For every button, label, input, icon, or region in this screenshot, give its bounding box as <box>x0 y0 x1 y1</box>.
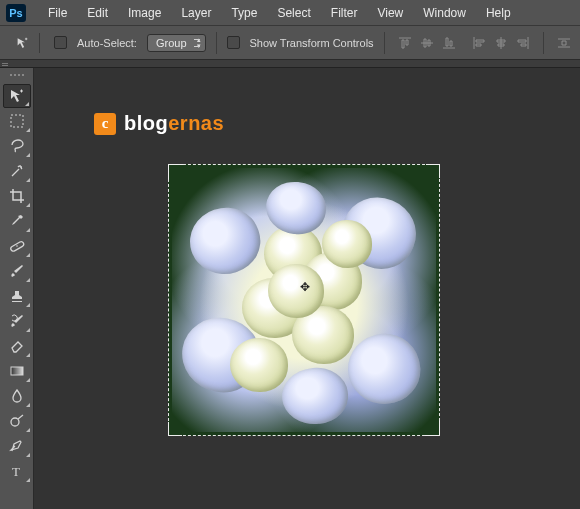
align-bottom-button[interactable] <box>439 33 459 53</box>
move-tool-icon <box>16 35 29 51</box>
lasso-tool[interactable] <box>3 134 31 158</box>
menu-type[interactable]: Type <box>223 2 265 24</box>
quick-select-tool[interactable] <box>3 159 31 183</box>
dodge-icon <box>9 413 25 429</box>
svg-text:T: T <box>12 464 20 479</box>
menu-edit[interactable]: Edit <box>79 2 116 24</box>
move-tool-icon <box>9 88 25 104</box>
eyedropper-tool[interactable] <box>3 209 31 233</box>
move-tool[interactable] <box>3 84 31 108</box>
selection-marquee[interactable]: ✥ <box>168 164 440 436</box>
menu-layer[interactable]: Layer <box>173 2 219 24</box>
auto-select-label: Auto-Select: <box>77 37 137 49</box>
separator <box>543 32 544 54</box>
menu-image[interactable]: Image <box>120 2 169 24</box>
menu-window[interactable]: Window <box>415 2 474 24</box>
menu-filter[interactable]: Filter <box>323 2 366 24</box>
type-tool[interactable]: T <box>3 459 31 483</box>
distribute-button[interactable] <box>554 33 574 53</box>
healing-tool[interactable] <box>3 234 31 258</box>
watermark: c blogernas <box>94 112 224 135</box>
document-tab-strip <box>0 60 580 68</box>
menu-help[interactable]: Help <box>478 2 519 24</box>
toolbox-grip[interactable] <box>5 74 29 80</box>
stamp-tool[interactable] <box>3 284 31 308</box>
show-transform-checkbox[interactable] <box>227 36 240 49</box>
svg-rect-3 <box>11 367 23 375</box>
menu-select[interactable]: Select <box>269 2 318 24</box>
bandaid-icon <box>9 238 25 254</box>
menu-file[interactable]: File <box>40 2 75 24</box>
auto-select-mode-dropdown[interactable]: Group ▴▾ <box>147 34 206 52</box>
menu-bar: Ps File Edit Image Layer Type Select Fil… <box>0 0 580 26</box>
eyedropper-icon <box>9 213 25 229</box>
dodge-tool[interactable] <box>3 409 31 433</box>
current-tool-indicator[interactable] <box>16 33 40 53</box>
show-transform-label: Show Transform Controls <box>250 37 374 49</box>
align-hcenter-button[interactable] <box>491 33 511 53</box>
pen-icon <box>9 438 25 454</box>
align-group-2 <box>469 33 533 53</box>
workspace: T c blogernas ✥ <box>0 68 580 509</box>
droplet-icon <box>9 388 25 404</box>
svg-rect-0 <box>11 115 23 127</box>
brush-tool[interactable] <box>3 259 31 283</box>
align-right-button[interactable] <box>513 33 533 53</box>
gradient-tool[interactable] <box>3 359 31 383</box>
toolbox: T <box>0 68 34 509</box>
eraser-icon <box>9 338 25 354</box>
history-brush-icon <box>9 313 25 329</box>
gradient-icon <box>9 363 25 379</box>
marquee-tool[interactable] <box>3 109 31 133</box>
eraser-tool[interactable] <box>3 334 31 358</box>
pen-tool[interactable] <box>3 434 31 458</box>
dropdown-value: Group <box>156 37 187 49</box>
wand-icon <box>9 163 25 179</box>
watermark-badge: c <box>94 113 116 135</box>
move-cursor-icon: ✥ <box>300 280 310 294</box>
auto-select-checkbox[interactable] <box>54 36 67 49</box>
align-top-button[interactable] <box>395 33 415 53</box>
marquee-icon <box>9 113 25 129</box>
type-icon: T <box>9 463 25 479</box>
canvas-area[interactable]: c blogernas ✥ <box>34 68 580 509</box>
options-bar: Auto-Select: Group ▴▾ Show Transform Con… <box>0 26 580 60</box>
lasso-icon <box>9 138 25 154</box>
tab-grip-icon[interactable] <box>0 60 10 68</box>
blur-tool[interactable] <box>3 384 31 408</box>
svg-point-4 <box>11 418 19 426</box>
stamp-icon <box>9 288 25 304</box>
app-logo[interactable]: Ps <box>6 4 26 22</box>
align-group-1 <box>395 33 459 53</box>
separator <box>384 32 385 54</box>
history-brush-tool[interactable] <box>3 309 31 333</box>
svg-point-2 <box>16 245 18 247</box>
crop-icon <box>9 188 25 204</box>
align-left-button[interactable] <box>469 33 489 53</box>
watermark-text: blogernas <box>124 112 224 135</box>
crop-tool[interactable] <box>3 184 31 208</box>
brush-icon <box>9 263 25 279</box>
menu-view[interactable]: View <box>369 2 411 24</box>
align-vcenter-button[interactable] <box>417 33 437 53</box>
separator <box>216 32 217 54</box>
canvas-image: ✥ <box>172 168 436 432</box>
